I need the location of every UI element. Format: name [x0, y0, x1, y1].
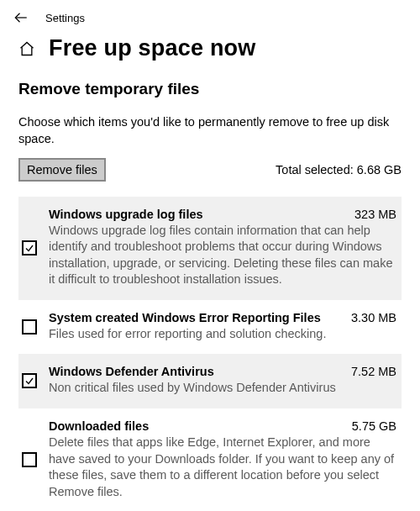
item-title: Windows upgrade log files — [49, 208, 203, 221]
item-description: Files used for error reporting and solut… — [49, 326, 396, 343]
action-row: Remove files Total selected: 6.68 GB — [18, 158, 402, 182]
item-description: Non critical files used by Windows Defen… — [49, 380, 396, 397]
section-title: Remove temporary files — [18, 80, 402, 98]
home-icon[interactable] — [18, 40, 35, 57]
item-description: Windows upgrade log files contain inform… — [49, 223, 396, 288]
back-icon[interactable] — [13, 10, 29, 25]
item-body: System created Windows Error Reporting F… — [49, 311, 396, 343]
app-title: Settings — [45, 12, 85, 24]
item-description: Delete files that apps like Edge, Intern… — [49, 435, 396, 500]
total-selected-label: Total selected: 6.68 GB — [276, 163, 402, 176]
checkbox-downloaded-files[interactable] — [22, 452, 37, 467]
content: Remove temporary files Choose which item… — [0, 80, 420, 511]
item-title: Downloaded files — [49, 419, 149, 433]
item-title: Windows Defender Antivirus — [49, 365, 214, 378]
file-category-item: Downloaded files 5.75 GB Delete files th… — [18, 408, 402, 511]
item-size: 3.30 MB — [351, 311, 396, 324]
page-header: Free up space now — [0, 25, 420, 80]
item-title: System created Windows Error Reporting F… — [49, 311, 321, 324]
checkbox-windows-defender[interactable] — [22, 373, 37, 388]
remove-files-button[interactable]: Remove files — [18, 158, 106, 182]
checkbox-windows-upgrade-log-files[interactable] — [22, 240, 37, 256]
file-category-item: Windows upgrade log files 323 MB Windows… — [18, 197, 402, 300]
item-size: 5.75 GB — [352, 419, 396, 433]
item-size: 7.52 MB — [351, 365, 396, 378]
item-size: 323 MB — [354, 208, 396, 221]
file-category-item: Windows Defender Antivirus 7.52 MB Non c… — [18, 354, 402, 408]
page-title: Free up space now — [49, 35, 255, 61]
checkbox-system-error-reporting[interactable] — [22, 319, 37, 335]
item-body: Windows upgrade log files 323 MB Windows… — [49, 208, 396, 288]
file-category-item: System created Windows Error Reporting F… — [18, 300, 402, 355]
item-body: Windows Defender Antivirus 7.52 MB Non c… — [49, 365, 396, 397]
section-description: Choose which items you'd like to permane… — [18, 113, 402, 148]
item-body: Downloaded files 5.75 GB Delete files th… — [49, 419, 396, 500]
top-bar: Settings — [0, 0, 420, 25]
